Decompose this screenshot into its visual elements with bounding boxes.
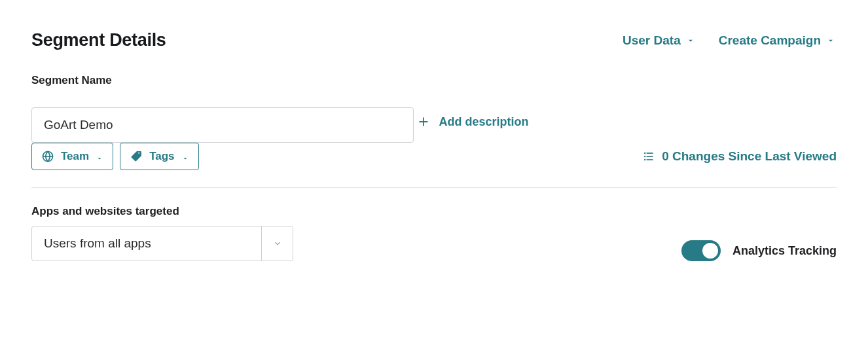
toggle-knob: [702, 243, 718, 259]
row-team-tags: Team Tags: [31, 143, 837, 170]
apps-field: Apps and websites targeted Users from al…: [31, 205, 293, 261]
analytics-tracking: Analytics Tracking: [681, 240, 837, 261]
create-campaign-label: Create Campaign: [719, 33, 821, 48]
analytics-toggle[interactable]: [681, 240, 721, 261]
globe-icon: [41, 150, 54, 163]
caret-down-icon: [96, 153, 103, 160]
changes-since-viewed-link[interactable]: 0 Changes Since Last Viewed: [642, 149, 837, 164]
plus-icon: [416, 115, 431, 129]
changes-label: 0 Changes Since Last Viewed: [662, 149, 837, 164]
select-caret: [261, 226, 293, 261]
segment-name-label: Segment Name: [31, 74, 837, 87]
tags-label: Tags: [149, 150, 174, 163]
svg-rect-4: [647, 156, 653, 157]
svg-point-1: [644, 153, 646, 154]
page-title: Segment Details: [31, 30, 166, 50]
apps-select[interactable]: Users from all apps: [31, 226, 293, 261]
pill-row: Team Tags: [31, 143, 199, 170]
divider: [31, 187, 837, 188]
segment-name-input[interactable]: [31, 107, 414, 143]
chevron-down-icon: [826, 36, 835, 45]
add-description-button[interactable]: Add description: [416, 115, 528, 129]
header-row: Segment Details User Data Create Campaig…: [31, 30, 837, 50]
team-dropdown[interactable]: Team: [31, 143, 113, 170]
create-campaign-dropdown[interactable]: Create Campaign: [719, 33, 835, 48]
svg-point-3: [644, 156, 646, 158]
tags-dropdown[interactable]: Tags: [120, 143, 198, 170]
tag-icon: [130, 150, 143, 163]
list-icon: [642, 150, 655, 163]
add-description-label: Add description: [439, 115, 528, 129]
caret-down-icon: [181, 153, 189, 160]
svg-point-5: [644, 159, 646, 161]
user-data-dropdown[interactable]: User Data: [623, 33, 695, 48]
user-data-label: User Data: [623, 33, 681, 48]
svg-rect-2: [647, 153, 653, 154]
apps-label: Apps and websites targeted: [31, 205, 293, 218]
team-label: Team: [61, 150, 89, 163]
svg-rect-6: [647, 159, 653, 160]
header-actions: User Data Create Campaign: [623, 33, 837, 48]
row-apps: Apps and websites targeted Users from al…: [31, 205, 837, 261]
apps-selected-value: Users from all apps: [32, 226, 261, 261]
analytics-label: Analytics Tracking: [732, 244, 837, 258]
chevron-down-icon: [686, 36, 695, 45]
